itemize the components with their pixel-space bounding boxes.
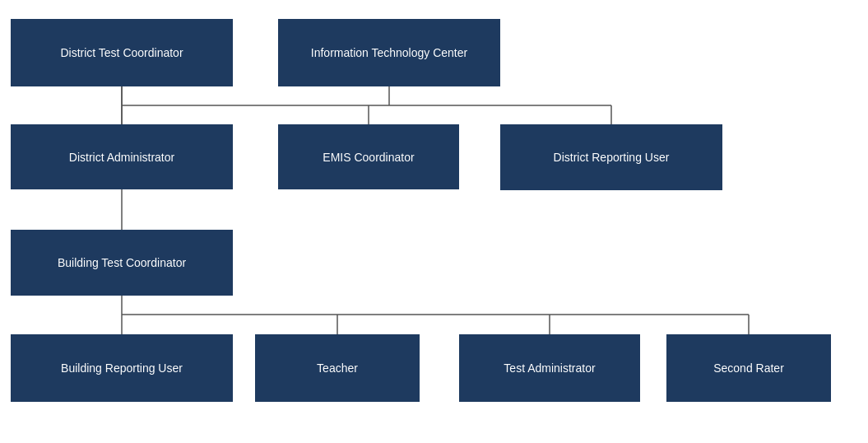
node-district-administrator: District Administrator: [11, 124, 233, 189]
node-district-reporting-user: District Reporting User: [500, 124, 722, 190]
node-test-administrator: Test Administrator: [459, 334, 640, 402]
node-building-reporting-user: Building Reporting User: [11, 334, 233, 402]
node-information-technology-center: Information Technology Center: [278, 19, 500, 86]
org-chart: District Test Coordinator Information Te…: [0, 0, 868, 443]
node-teacher: Teacher: [255, 334, 420, 402]
node-district-test-coordinator: District Test Coordinator: [11, 19, 233, 86]
node-emis-coordinator: EMIS Coordinator: [278, 124, 459, 189]
node-second-rater: Second Rater: [666, 334, 831, 402]
node-building-test-coordinator: Building Test Coordinator: [11, 230, 233, 296]
